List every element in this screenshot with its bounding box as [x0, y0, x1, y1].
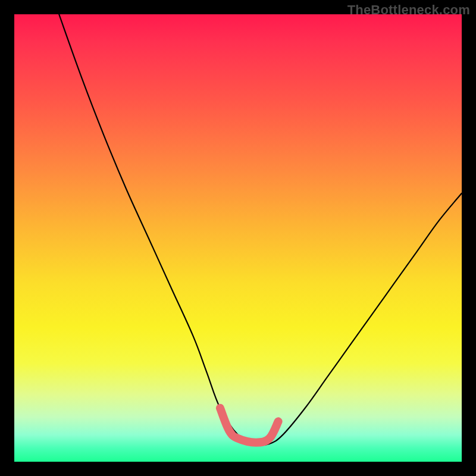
- optimal-zone-highlight-path: [220, 408, 278, 443]
- bottleneck-curve-path: [59, 14, 462, 445]
- bottleneck-curve-svg: [14, 14, 462, 462]
- chart-frame: TheBottleneck.com: [0, 0, 476, 476]
- watermark-text: TheBottleneck.com: [347, 2, 470, 18]
- chart-plot-area: [14, 14, 462, 462]
